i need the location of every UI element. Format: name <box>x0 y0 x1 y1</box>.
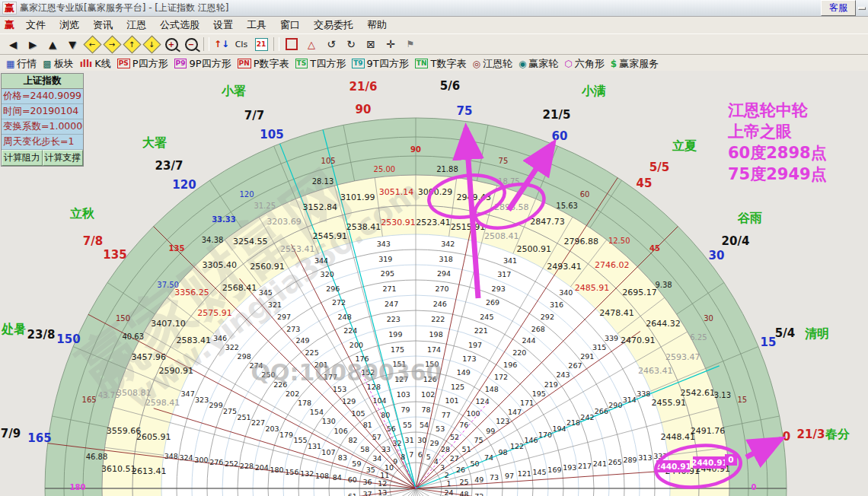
toolbar-item-bankuai[interactable]: ▩板块 <box>43 57 73 71</box>
menu-item-6[interactable]: 工具 <box>240 17 273 32</box>
svg-text:145: 145 <box>533 468 547 476</box>
rotate-ccw-icon[interactable]: ↺ <box>322 37 340 52</box>
menu-item-1[interactable]: 浏览 <box>53 17 86 32</box>
svg-text:33: 33 <box>381 445 391 453</box>
updown-icon[interactable]: ↑↓ <box>212 37 231 52</box>
svg-text:173: 173 <box>462 355 476 363</box>
svg-text:2613.41: 2613.41 <box>132 466 167 476</box>
calc-support-button[interactable]: 计算支撑 <box>43 150 84 166</box>
toolbar-item-hangqing[interactable]: ▦行情 <box>6 57 37 71</box>
separator <box>203 37 209 51</box>
menu-item-9[interactable]: 帮助 <box>360 17 394 32</box>
zoom-out-icon[interactable]: − <box>182 37 200 52</box>
nav-up-icon[interactable]: ▲ <box>43 37 62 52</box>
svg-text:2478.41: 2478.41 <box>599 308 634 318</box>
toolbar-item-jiangenlun[interactable]: ◎江恩轮 <box>472 57 512 71</box>
svg-text:347: 347 <box>181 389 195 398</box>
svg-text:268: 268 <box>531 325 545 333</box>
svg-text:8: 8 <box>400 453 405 461</box>
svg-text:324: 324 <box>180 453 193 462</box>
t-shuzibiao-icon: TN <box>415 59 429 68</box>
svg-text:57: 57 <box>372 433 381 441</box>
svg-text:QQ:100800360: QQ:100800360 <box>251 359 442 386</box>
svg-text:0: 0 <box>728 455 733 464</box>
toolbar-item-yingjialun[interactable]: ◉赢家轮 <box>519 57 558 71</box>
svg-text:34: 34 <box>372 454 381 463</box>
kefu-button[interactable]: 客服 <box>821 0 856 16</box>
menu-item-5[interactable]: 设置 <box>206 17 240 32</box>
yingjialun-icon: ◉ <box>519 59 526 69</box>
svg-text:342: 342 <box>441 240 455 248</box>
svg-text:147: 147 <box>508 408 522 416</box>
toolbar-item-p-shuzibiao[interactable]: PNP数字表 <box>238 57 289 71</box>
toolbar-item-t-sifangxing[interactable]: TST四方形 <box>295 57 346 71</box>
menu-item-2[interactable]: 资讯 <box>86 17 120 32</box>
toolbar-item-yingjiafuwu[interactable]: $赢家服务 <box>611 57 659 71</box>
menu-item-7[interactable]: 窗口 <box>273 17 307 32</box>
menu-item-3[interactable]: 江恩 <box>120 17 153 32</box>
nav-down-icon[interactable]: ▼ <box>63 37 81 52</box>
toolbar-item-liujiaoxing[interactable]: ⬡六角形 <box>564 57 604 71</box>
menu-item-0[interactable]: 文件 <box>19 17 53 32</box>
svg-text:2538.41: 2538.41 <box>346 222 381 232</box>
svg-text:273: 273 <box>286 325 300 333</box>
svg-text:处暑: 处暑 <box>1 322 26 336</box>
panel-row-0: 价格=2440.9099 <box>2 89 83 104</box>
calendar-icon[interactable]: 21 <box>252 37 270 52</box>
edge-button[interactable] <box>858 7 866 10</box>
svg-text:2470.91: 2470.91 <box>621 335 656 345</box>
svg-text:36: 36 <box>363 478 372 486</box>
svg-text:251: 251 <box>238 413 251 421</box>
svg-text:150: 150 <box>116 314 130 323</box>
menu-item-4[interactable]: 公式选股 <box>153 17 206 32</box>
square-tool-icon[interactable] <box>282 37 301 52</box>
svg-text:78: 78 <box>422 405 431 414</box>
svg-text:3101.99: 3101.99 <box>340 192 375 202</box>
svg-text:75度2949点: 75度2949点 <box>728 165 827 183</box>
svg-text:223: 223 <box>387 315 400 323</box>
svg-text:120: 120 <box>239 190 254 199</box>
svg-text:289: 289 <box>624 456 637 464</box>
rotate-cw-icon[interactable]: ↻ <box>342 37 360 52</box>
toolbar-item-t-shuzibiao[interactable]: TNT数字表 <box>415 57 467 71</box>
svg-text:135: 135 <box>169 244 185 253</box>
nav-right-icon[interactable]: ▶ <box>24 37 42 52</box>
triangle-tool-icon[interactable]: △ <box>302 37 321 52</box>
toolbar-item-p-sifangxing[interactable]: PSP四方形 <box>117 57 168 71</box>
cls-button[interactable]: CIs <box>232 37 251 52</box>
svg-text:59: 59 <box>352 459 361 468</box>
svg-text:54: 54 <box>420 421 429 429</box>
svg-text:193: 193 <box>563 463 576 472</box>
svg-text:297: 297 <box>277 313 291 321</box>
toolbar-item-9t-sifangxing[interactable]: T99T四方形 <box>352 57 409 71</box>
svg-text:267: 267 <box>568 361 582 370</box>
svg-text:2568.41: 2568.41 <box>222 283 257 293</box>
svg-text:50: 50 <box>471 459 480 468</box>
svg-text:2575.91: 2575.91 <box>197 308 232 318</box>
toolbar-item-9p-sifangxing[interactable]: P99P四方形 <box>174 57 231 71</box>
boxed-x-icon[interactable]: ⊠ <box>362 37 380 52</box>
svg-text:3: 3 <box>440 463 445 472</box>
projector-icon[interactable]: ⚑ <box>401 37 420 52</box>
nav-left-icon[interactable]: ◀ <box>4 37 22 52</box>
svg-text:21/5: 21/5 <box>543 108 571 122</box>
svg-text:291: 291 <box>580 352 594 361</box>
menu-item-8[interactable]: 交易委托 <box>307 17 360 32</box>
svg-text:12: 12 <box>378 479 387 488</box>
crosshair-icon[interactable]: ✛ <box>381 37 400 52</box>
diamond-left-icon[interactable]: ← <box>83 37 101 52</box>
diamond-up-icon[interactable]: ↑ <box>123 37 141 52</box>
svg-text:120: 120 <box>172 178 196 192</box>
svg-text:75: 75 <box>499 157 509 165</box>
menu-bar: 赢 文件浏览资讯江恩公式选股设置工具窗口交易委托帮助 <box>0 17 868 33</box>
svg-text:247: 247 <box>385 300 398 308</box>
diamond-down-icon[interactable]: ↓ <box>142 37 161 52</box>
calc-resistance-button[interactable]: 计算阻力 <box>2 150 43 166</box>
svg-text:5/6: 5/6 <box>440 79 460 93</box>
svg-text:313: 313 <box>638 453 652 462</box>
zoom-in-icon[interactable]: + <box>162 37 180 52</box>
toolbar-item-kxian[interactable]: ıllıK线 <box>80 57 111 71</box>
svg-text:322: 322 <box>225 343 239 351</box>
svg-text:31.25: 31.25 <box>254 202 276 210</box>
diamond-right-icon[interactable]: → <box>103 37 121 52</box>
